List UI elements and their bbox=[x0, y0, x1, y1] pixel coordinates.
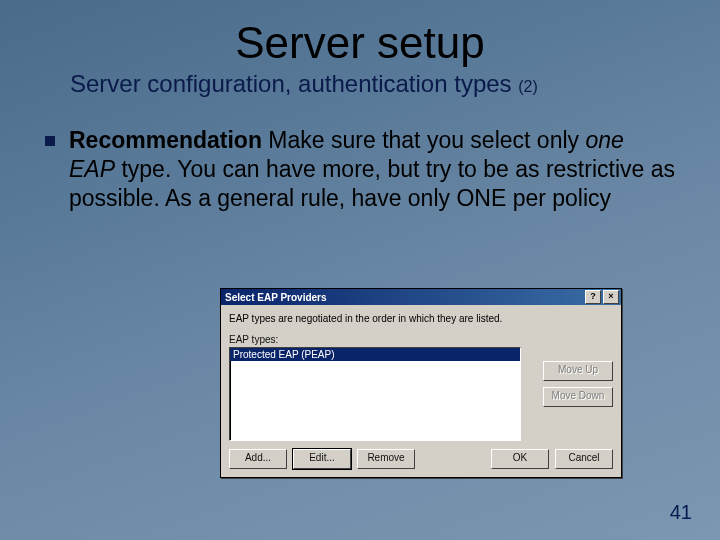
bullet-text: Recommendation Make sure that you select… bbox=[69, 126, 675, 212]
bottom-button-row: Add... Edit... Remove OK Cancel bbox=[229, 449, 613, 469]
move-up-button[interactable]: Move Up bbox=[543, 361, 613, 381]
dialog-titlebar[interactable]: Select EAP Providers ? × bbox=[221, 289, 621, 305]
dialog-body: EAP types are negotiated in the order in… bbox=[221, 305, 621, 477]
slide-title: Server setup bbox=[0, 0, 720, 68]
side-buttons: Move Up Move Down bbox=[543, 361, 613, 407]
subtitle-number: (2) bbox=[518, 78, 538, 95]
list-row: Protected EAP (PEAP) Move Up Move Down bbox=[229, 347, 613, 441]
move-down-button[interactable]: Move Down bbox=[543, 387, 613, 407]
bullet-item: Recommendation Make sure that you select… bbox=[45, 126, 675, 212]
add-button[interactable]: Add... bbox=[229, 449, 287, 469]
bullet-part2: type. You can have more, but try to be a… bbox=[69, 156, 675, 211]
list-column: Protected EAP (PEAP) bbox=[229, 347, 535, 441]
bullet-icon bbox=[45, 136, 55, 146]
slide: Server setup Server configuration, authe… bbox=[0, 0, 720, 540]
eap-providers-dialog: Select EAP Providers ? × EAP types are n… bbox=[220, 288, 622, 478]
bullet-bold: Recommendation bbox=[69, 127, 262, 153]
close-button[interactable]: × bbox=[603, 290, 619, 304]
edit-button[interactable]: Edit... bbox=[293, 449, 351, 469]
slide-body: Recommendation Make sure that you select… bbox=[0, 98, 720, 212]
list-label: EAP types: bbox=[229, 334, 613, 345]
page-number: 41 bbox=[670, 501, 692, 524]
dialog-instruction: EAP types are negotiated in the order in… bbox=[229, 313, 613, 324]
bullet-part1: Make sure that you select only bbox=[262, 127, 585, 153]
dialog-title: Select EAP Providers bbox=[225, 292, 327, 303]
eap-types-listbox[interactable]: Protected EAP (PEAP) bbox=[229, 347, 521, 441]
remove-button[interactable]: Remove bbox=[357, 449, 415, 469]
list-item[interactable]: Protected EAP (PEAP) bbox=[230, 348, 520, 361]
cancel-button[interactable]: Cancel bbox=[555, 449, 613, 469]
ok-button[interactable]: OK bbox=[491, 449, 549, 469]
subtitle-text: Server configuration, authentication typ… bbox=[70, 70, 518, 97]
slide-subtitle: Server configuration, authentication typ… bbox=[0, 70, 720, 98]
help-button[interactable]: ? bbox=[585, 290, 601, 304]
